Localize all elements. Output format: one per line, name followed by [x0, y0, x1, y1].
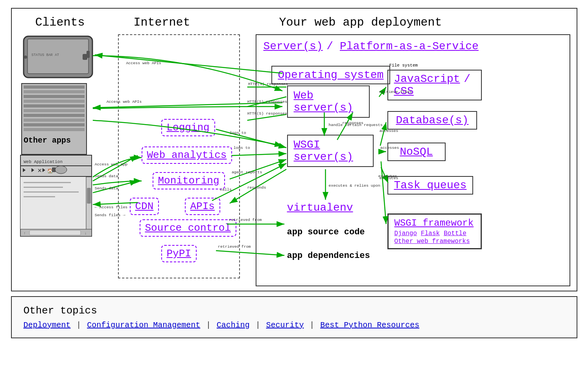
nosql-box: NoSQL — [387, 143, 446, 161]
svg-rect-28 — [20, 176, 92, 177]
svg-rect-10 — [24, 100, 85, 103]
monitoring-box[interactable]: Monitoring — [153, 172, 225, 189]
svg-rect-7 — [24, 85, 85, 89]
best-python-resources-link[interactable]: Best Python Resources — [320, 321, 419, 330]
svg-point-4 — [24, 56, 27, 59]
databases-box: Database(s) — [387, 111, 477, 130]
svg-text:Sends data: Sends data — [94, 174, 118, 178]
source-control-box[interactable]: Source control — [140, 219, 236, 237]
file-system-label: File system — [389, 63, 418, 68]
phone-device: STATUS BAR AT — [22, 34, 94, 82]
wsgi-framework-box: WSGI framework Django Flask Bottle Other… — [387, 213, 482, 249]
svg-rect-32 — [24, 182, 71, 183]
paas-link[interactable]: Platform-as-a-Service — [340, 40, 479, 52]
svg-rect-11 — [24, 104, 85, 108]
cdn-box[interactable]: CDN — [130, 198, 159, 215]
servers-link[interactable]: Server(s) — [264, 40, 323, 52]
svg-rect-34 — [24, 191, 79, 193]
wsgi-servers-link[interactable]: WSGI server(s) — [294, 139, 353, 163]
main-container: Clients Internet Your web app deployment… — [11, 8, 577, 338]
css-link[interactable]: CSS — [394, 85, 414, 97]
svg-point-27 — [55, 166, 67, 174]
svg-text:↓: ↓ — [85, 232, 87, 236]
bottle-link[interactable]: Bottle — [444, 230, 466, 237]
logging-box[interactable]: Logging — [161, 119, 215, 136]
svg-text:STATUS BAR AT: STATUS BAR AT — [31, 53, 59, 57]
caching-link[interactable]: Caching — [217, 321, 250, 330]
other-topics-section: Other topics Deployment | Configuration … — [11, 296, 577, 338]
topic-links: Deployment | Configuration Management | … — [24, 321, 565, 330]
svg-rect-12 — [24, 109, 85, 112]
servers-paas: Server(s) / Platform-as-a-Service — [264, 40, 479, 52]
web-servers-box: Web server(s) — [287, 85, 370, 118]
svg-rect-5 — [83, 54, 87, 60]
web-application-device: Web Application ✕ 🏠 — [20, 154, 92, 239]
svg-rect-33 — [24, 187, 63, 188]
databases-link[interactable]: Database(s) — [396, 114, 469, 126]
operating-system-box: Operating system — [271, 66, 391, 84]
app-dependencies: app dependencies — [287, 251, 370, 261]
svg-rect-14 — [24, 119, 85, 122]
os-link[interactable]: Operating system — [278, 69, 384, 81]
virtualenv-box: virtualenv — [287, 202, 353, 214]
other-apps-device: Other apps — [20, 82, 88, 158]
webapp-header: Your web app deployment — [279, 16, 442, 29]
js-link[interactable]: JavaScript — [394, 73, 460, 85]
svg-rect-35 — [24, 196, 55, 197]
svg-rect-30 — [86, 177, 92, 236]
wsgi-servers-box: WSGI server(s) — [287, 135, 374, 167]
svg-text:Sends data: Sends data — [94, 186, 118, 191]
svg-text:↑: ↑ — [24, 232, 26, 236]
pypi-box[interactable]: PyPI — [161, 245, 197, 262]
web-servers-link[interactable]: Web server(s) — [294, 89, 353, 114]
svg-rect-15 — [24, 123, 85, 126]
app-source-code: app source code — [287, 227, 365, 237]
security-link[interactable]: Security — [266, 321, 304, 330]
svg-rect-16 — [24, 128, 85, 131]
clients-header: Clients — [35, 16, 85, 29]
svg-rect-20 — [20, 165, 92, 166]
svg-rect-31 — [87, 188, 91, 204]
web-analytics-box[interactable]: Web analytics — [142, 146, 232, 164]
virtualenv-link[interactable]: virtualenv — [287, 202, 353, 214]
other-frameworks-link[interactable]: Other web frameworks — [394, 238, 470, 245]
svg-text:✕: ✕ — [37, 168, 42, 174]
svg-rect-38 — [29, 230, 81, 235]
task-queues-link[interactable]: Task queues — [394, 179, 467, 191]
flask-link[interactable]: Flask — [421, 230, 440, 237]
svg-rect-29 — [20, 177, 86, 236]
svg-rect-8 — [24, 90, 85, 93]
diagram-wrapper: Clients Internet Your web app deployment… — [11, 8, 577, 291]
deployment-link[interactable]: Deployment — [24, 321, 71, 330]
nosql-link[interactable]: NoSQL — [400, 146, 433, 158]
svg-rect-13 — [24, 114, 85, 117]
apis-box[interactable]: APIs — [185, 198, 220, 215]
svg-text:Web Application: Web Application — [24, 159, 63, 164]
js-css-box: JavaScript / CSS — [387, 70, 482, 100]
django-link[interactable]: Django — [394, 230, 417, 237]
svg-rect-9 — [24, 95, 85, 98]
svg-text:Other apps: Other apps — [24, 136, 71, 145]
task-queues-box: Task queues — [387, 176, 474, 195]
internet-header: Internet — [134, 16, 190, 29]
wsgi-framework-link[interactable]: WSGI framework — [394, 218, 474, 228]
config-management-link[interactable]: Configuration Management — [87, 321, 200, 330]
other-topics-heading: Other topics — [24, 305, 565, 317]
